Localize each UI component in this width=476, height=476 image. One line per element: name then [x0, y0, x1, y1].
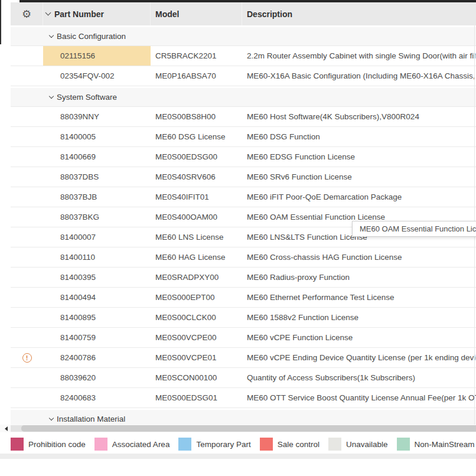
- table-row[interactable]: ! 82400786 ME0S00VCPE01 ME60 vCPE Ending…: [11, 348, 476, 368]
- tooltip: ME60 OAM Essential Function Licen: [352, 221, 476, 237]
- model-cell: ME60 LNS License: [151, 227, 242, 247]
- part-number-text: 88037BJB: [60, 193, 97, 201]
- description-text: ME60 SRv6 Function License: [247, 172, 352, 181]
- horizontal-scrollbar[interactable]: [0, 425, 476, 432]
- column-header-part-number[interactable]: Part Number: [43, 2, 151, 25]
- table-row[interactable]: 88039NNY ME0S00BS8H00 ME60 Host Software…: [11, 107, 476, 127]
- model-cell: ME0P16ABSA70: [151, 66, 242, 86]
- bottom-strip: [0, 454, 476, 459]
- part-number-text: 82400786: [60, 353, 96, 362]
- model-text: ME0S40SRV606: [155, 172, 216, 181]
- model-cell: ME60 HAG License: [151, 247, 242, 267]
- column-label-part-number: Part Number: [54, 9, 104, 19]
- chevron-down-icon[interactable]: [49, 415, 54, 420]
- description-cell: ME60 Cross-chassis HAG Function License: [242, 247, 476, 267]
- settings-button[interactable]: ⚙: [11, 2, 43, 25]
- part-number-text: 02115156: [60, 51, 95, 60]
- legend-item: Unavailable: [328, 438, 388, 451]
- table-row[interactable]: 88037BJB ME0S40IFIT01 ME60 iFIT Poor-QoE…: [11, 187, 476, 207]
- model-text: ME60 DSG License: [155, 132, 226, 141]
- part-number-text: 88039620: [60, 373, 96, 382]
- description-text: ME60 LNS&LTS Function License: [247, 233, 367, 242]
- description-cell: ME60 Ethernet Performance Test License: [242, 288, 476, 307]
- description-text: ME60 OTT Service Boost Quantity License …: [247, 393, 476, 402]
- part-number-text: 88037DBS: [60, 172, 99, 181]
- part-number-cell: 02115156: [43, 46, 151, 66]
- chevron-down-icon[interactable]: [49, 32, 54, 37]
- table-row[interactable]: 02115156 CR5BRACK2201 2.2m Router Assemb…: [11, 46, 476, 66]
- description-cell: ME60-X16A Basic Configuration (Including…: [242, 66, 476, 86]
- row-gutter-cell: [11, 66, 43, 86]
- table-row[interactable]: 82400683 ME0S00EDSG01 ME60 OTT Service B…: [11, 388, 476, 408]
- table-row[interactable]: 81400669 ME0S00EDSG00 ME60 EDSG Function…: [11, 147, 476, 167]
- group-row[interactable]: Installation Material: [11, 408, 476, 425]
- part-number-cell: 81400895: [43, 308, 151, 327]
- column-header-model[interactable]: Model: [151, 2, 242, 25]
- table-row[interactable]: 81400895 ME0S00CLCK00 ME60 1588v2 Functi…: [11, 308, 476, 328]
- table-row[interactable]: 88039620 ME0SCON00100 Quantity of Access…: [11, 368, 476, 388]
- model-cell: ME60 DSG License: [151, 127, 242, 146]
- column-label-model: Model: [155, 9, 179, 19]
- scrollbar-thumb[interactable]: [21, 425, 476, 432]
- table-row[interactable]: 81400395 ME0SRADPXY00 ME60 Radius-proxy …: [11, 268, 476, 288]
- chevron-down-icon[interactable]: [49, 93, 54, 98]
- part-number-cell: 88037BKG: [43, 207, 151, 227]
- model-text: ME0S00EDSG00: [155, 152, 217, 161]
- description-text: ME60 Ethernet Performance Test License: [247, 293, 395, 302]
- table-row[interactable]: 81400759 ME0S00VCPE00 ME60 vCPE Function…: [11, 328, 476, 348]
- row-gutter-cell: [11, 107, 43, 126]
- table-row[interactable]: 88037DBS ME0S40SRV606 ME60 SRv6 Function…: [11, 167, 476, 187]
- row-gutter-cell: [11, 147, 43, 167]
- group-row[interactable]: Basic Configuration: [11, 25, 476, 46]
- part-number-cell: 81400395: [43, 268, 151, 287]
- legend-label: Unavailable: [346, 440, 388, 449]
- table-row[interactable]: 81400494 ME0S000EPT00 ME60 Ethernet Perf…: [11, 288, 476, 308]
- row-gutter-cell: !: [11, 348, 43, 367]
- group-row[interactable]: System Software: [11, 86, 476, 107]
- legend-label: Non-MainStream Part: [415, 440, 476, 449]
- part-number-cell: 81400110: [43, 247, 151, 267]
- model-text: ME0S00EDSG01: [155, 393, 217, 402]
- model-text: ME0S000EPT00: [155, 293, 215, 302]
- row-gutter-cell: [11, 247, 43, 267]
- group-label: Basic Configuration: [57, 32, 126, 41]
- gear-icon[interactable]: ⚙: [22, 9, 31, 19]
- description-text: ME60 Radius-proxy Function: [247, 273, 350, 282]
- column-header-description[interactable]: Description: [242, 2, 476, 25]
- legend-label: Temporary Part: [196, 440, 250, 449]
- description-cell: 2.2m Router Assembly Cabinet with single…: [242, 46, 476, 66]
- table-row[interactable]: 02354FQV-002 ME0P16ABSA70 ME60-X16A Basi…: [11, 66, 476, 86]
- chevron-down-icon: [45, 10, 51, 16]
- model-text: ME0S00BS8H00: [155, 112, 216, 121]
- part-number-cell: 81400494: [43, 288, 151, 307]
- parts-table-screen: ⚙ Part Number Model Description Basic Co…: [0, 0, 476, 476]
- description-text: ME60 vCPE Function License: [247, 333, 353, 342]
- description-text: ME60 Host Software(4K Subscribers),V800R…: [247, 112, 419, 121]
- row-gutter-cell: [11, 46, 43, 66]
- row-gutter-cell: [11, 368, 43, 387]
- part-number-cell: 82400786: [43, 348, 151, 367]
- part-number-cell: 88039620: [43, 368, 151, 387]
- legend-swatch: [178, 438, 191, 451]
- part-number-text: 81400110: [60, 253, 95, 262]
- legend-item: Non-MainStream Part: [397, 438, 476, 451]
- table-row[interactable]: 81400005 ME60 DSG License ME60 DSG Funct…: [11, 127, 476, 147]
- warning-icon[interactable]: !: [22, 353, 32, 363]
- legend-label: Prohibition code: [28, 440, 86, 449]
- model-cell: ME0S400OAM00: [151, 207, 242, 227]
- table-row[interactable]: 81400110 ME60 HAG License ME60 Cross-cha…: [11, 247, 476, 268]
- model-text: ME0SCON00100: [155, 373, 217, 382]
- part-number-text: 81400759: [60, 333, 96, 342]
- scroll-left-arrow-icon[interactable]: [5, 426, 8, 431]
- model-cell: ME0S00EDSG00: [151, 147, 242, 167]
- description-cell: ME60 Radius-proxy Function: [242, 268, 476, 287]
- description-cell: ME60 vCPE Ending Device Quantity License…: [242, 348, 476, 367]
- model-cell: ME0S00VCPE00: [151, 328, 242, 347]
- description-text: ME60 Cross-chassis HAG Function License: [247, 253, 402, 262]
- part-number-text: 88039NNY: [60, 112, 99, 121]
- model-text: ME0S00CLCK00: [155, 313, 216, 322]
- model-text: ME0SRADPXY00: [155, 273, 219, 282]
- description-text: Quantity of Access Subscribers(1k Subscr…: [247, 373, 415, 382]
- legend-item: Prohibition code: [11, 438, 86, 451]
- model-cell: ME0SRADPXY00: [151, 268, 242, 287]
